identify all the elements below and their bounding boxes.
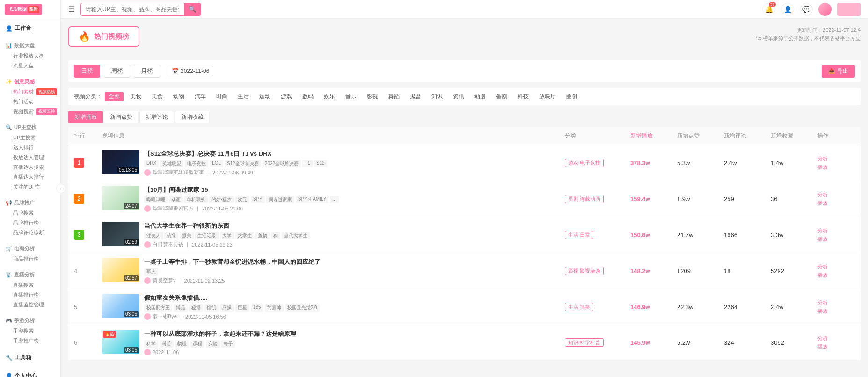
sidebar-item-live-search2[interactable]: 直播搜索	[7, 280, 60, 290]
subtab-plays[interactable]: 新增播放	[68, 111, 103, 123]
cat-car[interactable]: 汽车	[191, 92, 210, 102]
cat-cinema[interactable]: 放映厅	[535, 92, 560, 102]
cat-entertainment[interactable]: 娱乐	[320, 92, 339, 102]
cat-dance[interactable]: 舞蹈	[385, 92, 403, 102]
cat-film[interactable]: 影视	[363, 92, 382, 102]
video-thumb-5[interactable]: 03:05	[102, 294, 139, 318]
sidebar-item-hot-activity[interactable]: 热门活动	[7, 97, 60, 107]
cat-beauty[interactable]: 美妆	[126, 92, 145, 102]
sidebar-item-place-mgmt[interactable]: 投放达人管理	[7, 152, 60, 162]
analyze-btn-2[interactable]: 分析	[817, 191, 855, 198]
analyze-btn-3[interactable]: 分析	[817, 227, 855, 234]
sidebar-item-brand-comment[interactable]: 品牌评论诊断	[7, 228, 60, 238]
cat-tech[interactable]: 科技	[514, 92, 532, 102]
subtab-comments[interactable]: 新增评论	[139, 111, 174, 123]
sidebar-item-live-mgmt[interactable]: 直播监控管理	[7, 300, 60, 310]
cat-ghost[interactable]: 鬼畜	[406, 92, 425, 102]
avatar[interactable]	[818, 3, 832, 16]
profile-icon[interactable]: 👤	[781, 3, 794, 16]
video-info-2: 24:07 【10月】间谍过家家 15 哔哩哔哩动画单机联机约尔·福杰次元SPY…	[102, 186, 565, 212]
search-button[interactable]: 🔍	[184, 3, 201, 16]
cat-game[interactable]: 游戏	[277, 92, 296, 102]
cat-all[interactable]: 全部	[105, 92, 124, 102]
sidebar-item-game-search[interactable]: 手游搜索	[7, 326, 60, 336]
sidebar-item-product-rank[interactable]: 商品排行榜	[7, 254, 60, 264]
cat-music[interactable]: 音乐	[342, 92, 360, 102]
video-title-2: 【10月】间谍过家家 15	[144, 186, 425, 194]
avatar2[interactable]	[837, 3, 861, 16]
sidebar-item-follow-up[interactable]: 关注的UP主	[7, 182, 60, 192]
play-btn-3[interactable]: 播放	[817, 236, 855, 243]
cat-knowledge[interactable]: 知识	[428, 92, 446, 102]
play-btn-5[interactable]: 播放	[817, 308, 855, 315]
play-btn-1[interactable]: 播放	[817, 164, 855, 171]
chat-icon[interactable]: 💬	[800, 3, 813, 16]
video-thumb-3[interactable]: 02:59	[102, 222, 139, 246]
sidebar-item-brand-search[interactable]: 品牌搜索	[7, 208, 60, 218]
category-cell-4: 影视·影视杂谈	[565, 268, 630, 275]
video-thumb-6[interactable]: 03:05 🔥热	[102, 330, 139, 354]
video-tags-2: 哔哩哔哩动画单机联机约尔·福杰次元SPY间谍过家家SPY×FAMILY...	[144, 196, 565, 203]
tab-daily[interactable]: 日榜	[74, 65, 100, 78]
sidebar-item-brand-rank[interactable]: 品牌排行榜	[7, 218, 60, 228]
sidebar-item-industry[interactable]: 行业投放大盘	[7, 51, 60, 61]
sidebar-item-video-search[interactable]: 视频搜索 视频监控	[7, 107, 60, 116]
play-btn-2[interactable]: 播放	[817, 200, 855, 207]
menu-icon[interactable]: ☰	[68, 5, 75, 14]
hot-video-banner[interactable]: 🔥 热门视频榜	[68, 26, 139, 47]
video-title-4: 一桌子上等牛排，下一秒教官却全扔进泥水桶，中国人的回应绝了	[144, 258, 425, 266]
cat-animal[interactable]: 动物	[169, 92, 188, 102]
plays-cell-2: 159.4w	[630, 196, 677, 203]
search-input[interactable]	[81, 6, 184, 13]
sidebar-item-talent-rank[interactable]: 达人排行	[7, 143, 60, 152]
video-thumb-2[interactable]: 24:07	[102, 186, 139, 210]
play-btn-4[interactable]: 播放	[817, 272, 855, 279]
analyze-btn-4[interactable]: 分析	[817, 263, 855, 270]
sidebar-toggle[interactable]: ‹	[56, 184, 66, 193]
video-details-2: 【10月】间谍过家家 15 哔哩哔哩动画单机联机约尔·福杰次元SPY间谍过家家S…	[144, 186, 565, 212]
video-thumb-1[interactable]: 05:13:05	[102, 150, 139, 174]
subtab-likes[interactable]: 新增点赞	[104, 111, 139, 123]
sidebar-item-toolbox[interactable]: 🔧 工具箱	[0, 351, 60, 364]
cat-series[interactable]: 番剧	[492, 92, 511, 102]
analyze-btn-6[interactable]: 分析	[817, 335, 855, 342]
video-thumb-4[interactable]: 02:57	[102, 258, 139, 282]
likes-cell-5: 22.3w	[677, 304, 724, 311]
video-info-6: 03:05 🔥热 一种可以从底部灌水的杯子，拿起来还不漏？这是啥原理 科学科普物…	[102, 330, 565, 355]
analyze-btn-1[interactable]: 分析	[817, 155, 855, 162]
favorites-cell-5: 2.4w	[771, 304, 817, 311]
sidebar-item-personal[interactable]: 👤 个人中心	[0, 370, 60, 377]
notification-icon[interactable]: 🔔 55	[762, 3, 775, 16]
sidebar-workspace[interactable]: 👤 工作台	[0, 22, 60, 35]
cat-circle[interactable]: 圈创	[562, 92, 581, 102]
sidebar-item-up-search[interactable]: UP主搜索	[7, 133, 60, 143]
date-picker[interactable]: 📅 2022-11-06	[168, 66, 213, 76]
analyze-btn-5[interactable]: 分析	[817, 299, 855, 306]
export-button[interactable]: 📤 导出	[822, 65, 855, 78]
cat-food[interactable]: 美食	[148, 92, 167, 102]
cat-news[interactable]: 资讯	[449, 92, 468, 102]
sidebar-item-live-rank[interactable]: 直播达人排行	[7, 172, 60, 182]
cat-life[interactable]: 生活	[234, 92, 253, 102]
tab-monthly[interactable]: 月榜	[134, 65, 160, 78]
cat-fashion[interactable]: 时尚	[212, 92, 231, 102]
video-tags-1: DRX英雄联盟电子竞技LOLS12全球总决赛2022全球总决赛T1S12	[144, 160, 565, 167]
sidebar-item-traffic[interactable]: 流量大盘	[7, 61, 60, 71]
table-row: 3 02:59 当代大学生在养一种很新的东西 注美人稿绿摄关生活记录大学大学生鱼…	[68, 217, 861, 253]
table-row: 5 03:05 假如室友关系像擂倡..... 校园配方王博品秘播擂肌床操巨星18…	[68, 289, 861, 325]
cat-sport[interactable]: 运动	[255, 92, 274, 102]
sidebar-item-hot-material[interactable]: 热门素材 视频热榜	[7, 87, 60, 97]
rank-cell: 5	[74, 304, 102, 311]
actions-cell-4: 分析 播放	[817, 263, 855, 279]
subtab-favorites[interactable]: 新增收藏	[175, 111, 210, 123]
cat-anime[interactable]: 动漫	[471, 92, 489, 102]
video-details-5: 假如室友关系像擂倡..... 校园配方王博品秘播擂肌床操巨星185简嘉帅校园显光…	[144, 294, 565, 320]
tab-weekly[interactable]: 周榜	[104, 65, 130, 78]
sidebar-item-game-rank[interactable]: 手游推广榜	[7, 336, 60, 346]
cat-digital[interactable]: 数码	[299, 92, 317, 102]
sidebar-item-live-rank2[interactable]: 直播排行榜	[7, 290, 60, 300]
col-category: 分类	[565, 132, 630, 140]
play-btn-6[interactable]: 播放	[817, 343, 855, 350]
sidebar-item-live-search[interactable]: 直播达人搜索	[7, 162, 60, 172]
plays-cell-5: 146.9w	[630, 304, 677, 311]
